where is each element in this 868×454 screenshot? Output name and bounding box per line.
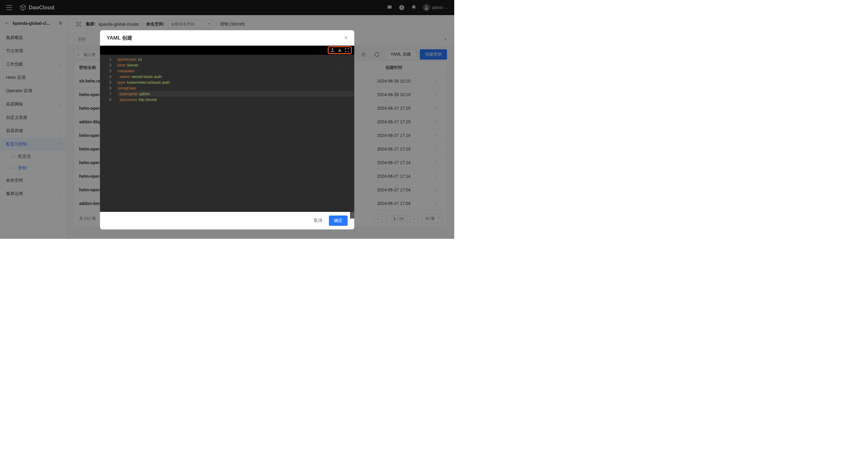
editor-scrollbar[interactable] [350, 212, 354, 219]
line-gutter: 12345678 [100, 55, 115, 103]
code-area[interactable]: apiVersion: v1kind: Secretmetadata: name… [100, 55, 354, 103]
upload-icon[interactable] [330, 48, 335, 53]
cancel-button[interactable]: 取消 [311, 216, 325, 226]
modal-close-icon[interactable]: × [344, 35, 348, 41]
modal-overlay[interactable]: YAML 创建 × 12345678 apiVersion: v1kind: S… [0, 0, 454, 239]
confirm-button[interactable]: 确定 [329, 216, 348, 226]
yaml-editor[interactable]: 12345678 apiVersion: v1kind: Secretmetad… [100, 46, 354, 212]
editor-toolbar-highlight [328, 46, 352, 54]
fullscreen-icon[interactable] [344, 48, 350, 53]
download-icon[interactable] [337, 48, 342, 53]
minimap[interactable]: ▬▬▬▬▬▬▬▬▬▬▬ [340, 56, 352, 68]
yaml-create-modal: YAML 创建 × 12345678 apiVersion: v1kind: S… [100, 30, 354, 229]
modal-title: YAML 创建 [106, 34, 132, 41]
